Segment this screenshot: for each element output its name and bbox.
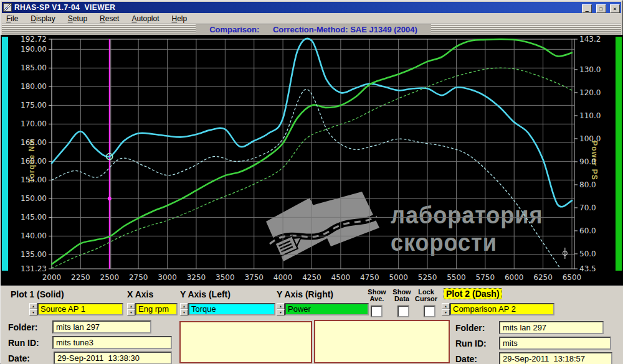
svg-text:4250: 4250 [302,273,321,282]
correction-method-label: Correction-Method: SAE J1349 (2004) [273,25,417,34]
window-controls: _ ❐ ✕ [581,2,620,14]
spinner-up-icon[interactable]: ▲ [29,303,37,309]
app-window: RHAS-SP V1.7-04 VIEWER _ ❐ ✕ File Displa… [0,0,623,364]
menu-autoplot[interactable]: Autoplot [127,14,163,24]
show-ave-label: Show Ave. [366,289,388,302]
y-left-combo: ▲ ▼ Torque [180,303,275,315]
plot2-source-field[interactable]: Comparison AP 2 [450,303,554,315]
svg-text:2750: 2750 [129,273,148,282]
spinner-down-icon[interactable]: ▼ [277,309,285,315]
run2-runid-label: Run ID: [455,338,487,348]
run1-comment-box[interactable] [179,321,312,363]
minimize-button[interactable]: _ [582,4,592,13]
run1-folder-label: Folder: [8,322,37,332]
svg-text:165.00: 165.00 [21,138,47,147]
series-torque-run2-dash [52,89,560,268]
x-axis-label: X Axis [127,289,153,299]
svg-text:5500: 5500 [447,273,466,282]
plot1-combo: ▲ ▼ Source AP 1 [29,303,123,315]
svg-text:6500: 6500 [563,273,582,282]
svg-text:5000: 5000 [389,273,408,282]
menu-display[interactable]: Display [26,14,59,24]
svg-text:70.0: 70.0 [579,203,596,212]
run2-runid-input[interactable] [499,337,611,350]
run2-folder-input[interactable] [499,321,604,334]
lock-cursor-checkbox[interactable] [424,306,435,317]
svg-text:50.0: 50.0 [579,250,596,258]
comparison-label: Comparison: [209,25,259,34]
run1-date-label: Date: [8,353,30,363]
svg-text:3000: 3000 [158,273,177,282]
svg-text:6250: 6250 [533,273,553,282]
spinner-down-icon[interactable]: ▼ [180,309,188,315]
lock-cursor-label: Lock Cursor [413,289,439,302]
svg-text:143.2: 143.2 [579,35,601,44]
menu-file[interactable]: File [2,14,22,24]
svg-text:3750: 3750 [244,273,264,282]
window-title: RHAS-SP V1.7-04 VIEWER [14,3,581,12]
y-right-combo: ▲ ▼ Power [277,303,369,315]
svg-text:80.0: 80.0 [579,180,596,189]
svg-text:4500: 4500 [331,273,351,282]
svg-text:2500: 2500 [100,273,120,282]
title-bar[interactable]: RHAS-SP V1.7-04 VIEWER _ ❐ ✕ [2,2,621,13]
run2-comment-box[interactable] [314,320,450,363]
svg-text:135.00: 135.00 [21,250,47,259]
spinner-up-icon[interactable]: ▲ [180,303,188,309]
restore-button[interactable]: ❐ [596,4,606,13]
run1-folder-input[interactable] [52,320,151,334]
show-ave-line2: Ave. [366,296,388,302]
run2-date-input[interactable] [499,352,612,364]
svg-text:155.00: 155.00 [21,175,47,184]
spinner-down-icon[interactable]: ▼ [29,309,37,315]
plot2-spinner: ▲ ▼ [442,303,450,315]
x-axis-combo: ▲ ▼ Eng rpm [127,303,178,315]
spinner-down-icon[interactable]: ▼ [442,309,450,315]
run2-date-label: Date: [455,354,477,364]
svg-text:4000: 4000 [273,273,293,282]
x-axis-spinner: ▲ ▼ [127,303,135,315]
plot1-label: Plot 1 (Solid) [11,289,64,299]
control-panel: Plot 1 (Solid) X Axis Y Axis (Left) Y Ax… [1,286,623,364]
spinner-up-icon[interactable]: ▲ [127,303,135,309]
chart-area[interactable]: лаборатория скорости 2000225025002750300… [1,35,623,286]
svg-text:43.5: 43.5 [579,264,596,273]
svg-text:2250: 2250 [71,273,90,282]
y-left-field[interactable]: Torque [188,303,275,315]
spinner-down-icon[interactable]: ▼ [127,309,135,315]
menu-setup[interactable]: Setup [64,14,92,24]
y-left-spinner: ▲ ▼ [180,303,188,315]
spinner-up-icon[interactable]: ▲ [277,303,285,309]
plot1-source-field[interactable]: Source AP 1 [37,303,123,315]
svg-text:175.00: 175.00 [21,101,47,110]
show-data-line2: Data [391,296,413,302]
close-button[interactable]: ✕ [610,4,620,13]
svg-text:170.00: 170.00 [21,119,47,128]
plot1-spinner: ▲ ▼ [29,303,37,315]
svg-text:110.0: 110.0 [579,111,601,120]
show-ave-checkbox[interactable] [371,306,383,317]
spinner-up-icon[interactable]: ▲ [442,303,450,309]
run1-date-input[interactable] [54,352,172,364]
run1-runid-input[interactable] [52,336,172,349]
dyno-chart-svg[interactable]: 2000225025002750300032503500375040004250… [1,35,623,286]
svg-text:2000: 2000 [42,273,62,282]
x-axis-field[interactable]: Eng rpm [135,303,178,315]
svg-text:5250: 5250 [418,273,437,282]
spacer [259,25,273,34]
svg-text:130.0: 130.0 [579,65,601,74]
y-left-label: Y Axis (Left) [180,289,231,299]
comparison-header: Comparison: Correction-Method: SAE J1349… [196,24,431,35]
lock-cursor-line2: Cursor [413,296,439,302]
svg-text:150.00: 150.00 [21,194,47,203]
menu-bar: File Display Setup Reset Autoplot Help [2,13,621,24]
show-data-label: Show Data [391,289,413,302]
cursor-dot-marker [108,197,112,200]
y-right-field[interactable]: Power [285,303,369,315]
svg-text:90.0: 90.0 [579,157,596,166]
show-data-checkbox[interactable] [397,306,409,317]
menu-help[interactable]: Help [168,14,192,24]
menu-reset[interactable]: Reset [95,14,123,24]
svg-text:6000: 6000 [505,273,524,282]
svg-text:120.0: 120.0 [579,88,601,97]
